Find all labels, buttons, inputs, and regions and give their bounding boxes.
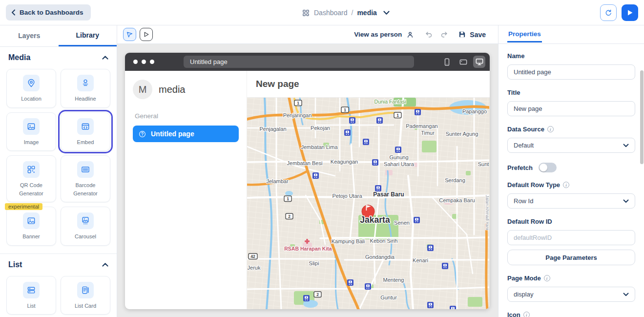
refresh-button[interactable] — [600, 4, 617, 21]
library-item-embed[interactable]: Embed — [61, 112, 110, 151]
default-row-type-select[interactable]: Row Id — [507, 193, 635, 209]
window-dot — [150, 60, 154, 64]
image-icon — [23, 118, 40, 135]
chevron-up-icon — [102, 56, 108, 60]
top-bar: Back to Dashboards Dashboard / media — [0, 0, 644, 25]
train-station-icon — [450, 306, 456, 309]
library-item-carousel[interactable]: Carousel — [61, 207, 110, 246]
app-brand: M media — [133, 80, 239, 99]
view-as-person-button[interactable]: View as person — [354, 31, 414, 39]
section-media-header[interactable]: Media — [0, 47, 117, 68]
data-source-select[interactable]: Default — [507, 138, 635, 153]
preview-app-sidebar: M media General Untitled page — [125, 71, 247, 309]
road-shield: 42 — [249, 254, 257, 259]
title-label: Title — [507, 89, 635, 96]
tablet-view-button[interactable] — [457, 56, 469, 68]
person-icon — [406, 31, 414, 39]
save-button[interactable]: Save — [458, 30, 486, 39]
breadcrumb-separator: / — [352, 9, 353, 17]
banner-icon — [23, 212, 40, 229]
map-label: Sahari Utara — [384, 161, 415, 167]
component-library-panel: Layers Library Media LocationHeadlineIma… — [0, 25, 117, 317]
library-item-label: Banner — [22, 232, 40, 241]
data-source-label: Data Source — [507, 126, 544, 133]
map-label: Cempaka Baru — [439, 197, 475, 203]
train-station-icon — [376, 117, 383, 124]
toggle-knob — [540, 164, 547, 171]
road-shield: 1 — [341, 107, 349, 113]
library-item-list-card[interactable]: List Card — [61, 276, 110, 315]
select-cursor-tool-button[interactable] — [123, 28, 136, 41]
desktop-view-button[interactable] — [473, 56, 485, 68]
map-label: Kenari — [413, 257, 428, 263]
qr-code-icon — [23, 161, 40, 178]
section-list-header[interactable]: List — [0, 254, 117, 275]
page-parameters-button[interactable]: Page Parameters — [507, 250, 635, 265]
carousel-icon — [77, 212, 94, 229]
info-icon[interactable]: i — [563, 182, 569, 188]
map-label: Kampung Bali — [332, 238, 365, 244]
library-item-barcode-generator[interactable]: Barcode Generator — [61, 155, 110, 202]
page-mode-select[interactable]: display — [507, 287, 635, 302]
name-input[interactable] — [507, 64, 635, 80]
svg-text:2: 2 — [288, 214, 291, 219]
svg-text:1: 1 — [344, 107, 346, 112]
section-media: Media LocationHeadlineImageEmbedQR Code … — [0, 47, 117, 246]
jakarta-map[interactable]: 11112422 PenjaringanDunia FantasiPapangg… — [247, 98, 489, 309]
map-label: Keagungan — [331, 159, 358, 165]
train-station-icon — [372, 159, 378, 166]
info-icon[interactable]: i — [523, 312, 530, 317]
play-outline-icon — [143, 31, 149, 38]
train-station-icon — [442, 263, 448, 269]
builder-toolbar: View as person Save — [117, 25, 498, 44]
properties-panel: Properties Name Title Data Sourcei Defau… — [498, 25, 644, 317]
chevron-down-icon[interactable] — [383, 11, 390, 15]
mobile-view-button[interactable] — [441, 56, 453, 68]
library-item-qr-code-generator[interactable]: QR Code Generator — [6, 155, 56, 202]
play-tool-button[interactable] — [140, 28, 153, 41]
breadcrumb-section[interactable]: Dashboard — [314, 9, 348, 17]
library-item-label: Embed — [77, 138, 94, 147]
library-item-image[interactable]: Image — [6, 112, 56, 151]
breadcrumb-current[interactable]: media — [357, 9, 376, 17]
default-row-id-label: Default Row ID — [507, 218, 635, 225]
undo-icon — [425, 30, 433, 39]
list-card-grid: ListList Card — [0, 275, 117, 315]
map-label: Jembatan Besi — [287, 160, 323, 166]
undo-button[interactable] — [425, 30, 433, 39]
tab-layers[interactable]: Layers — [0, 25, 59, 46]
title-input[interactable] — [507, 101, 635, 116]
map-label: Serdang — [445, 177, 465, 183]
preview-play-button[interactable] — [622, 4, 638, 21]
map-label: Guntur — [380, 295, 397, 300]
library-item-location[interactable]: Location — [6, 69, 56, 108]
tab-properties[interactable]: Properties — [507, 25, 542, 42]
panel-scrollbar[interactable] — [640, 70, 644, 164]
nav-item-untitled-page[interactable]: Untitled page — [133, 126, 239, 142]
library-item-label: Carousel — [75, 232, 96, 241]
default-row-type-label: Default Row Type — [507, 181, 560, 189]
prefetch-toggle[interactable] — [539, 163, 557, 172]
info-icon[interactable]: i — [547, 126, 554, 132]
map-label: Jelambar — [266, 178, 289, 184]
svg-text:1: 1 — [297, 101, 299, 106]
chevron-down-icon — [623, 199, 629, 203]
train-station-icon — [395, 147, 401, 153]
library-item-label: QR Code Generator — [9, 181, 53, 197]
tab-library[interactable]: Library — [59, 25, 117, 46]
map-widget[interactable]: 11112422 PenjaringanDunia FantasiPapangg… — [247, 98, 490, 309]
svg-text:1: 1 — [396, 113, 399, 118]
url-text: Untitled page — [190, 58, 228, 65]
library-item-headline[interactable]: Headline — [61, 69, 110, 108]
road-shield: 2 — [286, 213, 293, 219]
info-icon[interactable]: i — [544, 275, 550, 281]
map-label: Jeruk — [248, 265, 261, 271]
map-label: Gondangdia — [365, 254, 395, 260]
redo-button[interactable] — [440, 30, 448, 39]
back-to-dashboards-button[interactable]: Back to Dashboards — [6, 4, 91, 21]
library-item-list[interactable]: List — [6, 276, 56, 315]
headline-icon — [77, 75, 94, 91]
library-item-banner[interactable]: experimentalBanner — [6, 207, 56, 246]
default-row-id-input[interactable] — [507, 230, 635, 245]
list-card-icon — [77, 282, 94, 298]
